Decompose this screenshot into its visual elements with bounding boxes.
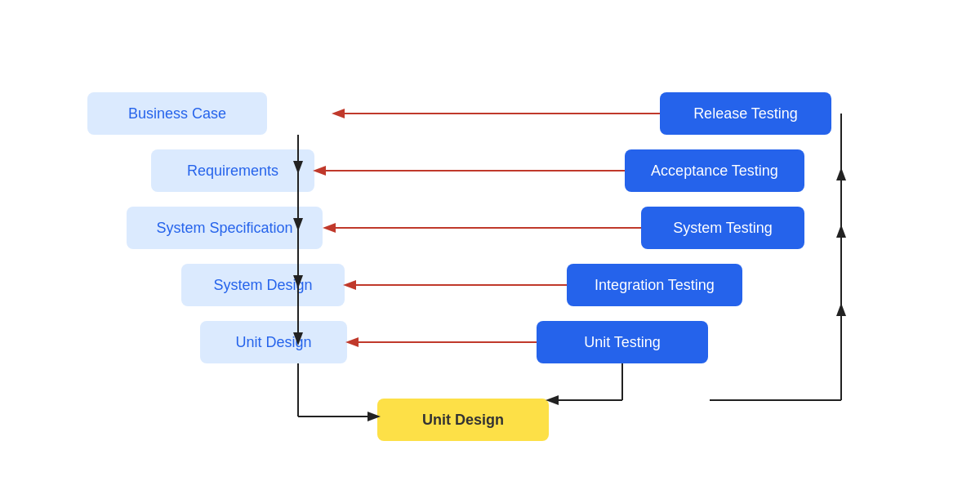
requirements-box: Requirements [151, 149, 314, 192]
unit-testing-box: Unit Testing [537, 321, 708, 363]
diagram-container: Business Case Requirements System Specif… [0, 0, 980, 490]
business-case-box: Business Case [87, 92, 267, 135]
release-testing-box: Release Testing [660, 92, 831, 135]
unit-design-left-box: Unit Design [200, 321, 347, 363]
integration-testing-box: Integration Testing [567, 264, 742, 306]
system-testing-box: System Testing [641, 207, 804, 249]
acceptance-testing-box: Acceptance Testing [625, 149, 804, 192]
unit-design-bottom-box: Unit Design [377, 399, 549, 441]
system-design-box: System Design [181, 264, 345, 306]
system-spec-box: System Specification [127, 207, 323, 249]
